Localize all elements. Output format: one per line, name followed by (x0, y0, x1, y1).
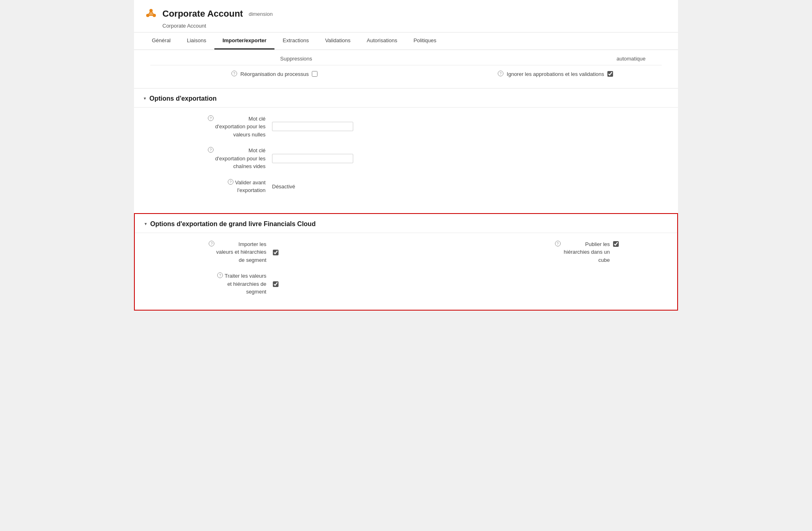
valider-avant-label: Valider avantl'exportation (235, 179, 266, 194)
traiter-valeurs-label: Traiter les valeurset hiérarchies desegm… (225, 272, 266, 296)
valider-avant-label-col: ? Valider avantl'exportation (144, 179, 266, 194)
page-header: Corporate Account dimension Corporate Ac… (134, 0, 678, 32)
page-subtitle: Corporate Account (162, 23, 668, 29)
page-badge: dimension (248, 11, 272, 17)
tab-liaisons[interactable]: Liaisons (179, 32, 214, 50)
export-options-title: Options d'exportation (149, 95, 217, 102)
tab-autorisations[interactable]: Autorisations (358, 32, 405, 50)
mot-cle-vide-value-col (272, 154, 668, 163)
export-options-chevron-icon: ▾ (144, 96, 146, 101)
publier-hierarchies-checkbox[interactable] (613, 241, 619, 247)
ignorer-checkbox[interactable] (607, 71, 613, 77)
ignorer-info-icon[interactable]: ? (498, 71, 503, 76)
app-logo-icon (144, 6, 158, 21)
reorganisation-label: Réorganisation du processus (240, 70, 309, 78)
importer-valeurs-value-col (273, 249, 406, 255)
page-wrapper: Corporate Account dimension Corporate Ac… (0, 0, 812, 531)
export-options-form: ? Mot cléd'exportation pour lesvaleurs n… (134, 108, 678, 207)
partial-top-section: Suppressions automatique ? Réorganisatio… (134, 50, 678, 88)
tab-extractions[interactable]: Extractions (274, 32, 317, 50)
main-card: Corporate Account dimension Corporate Ac… (134, 0, 678, 311)
traiter-valeurs-info-icon[interactable]: ? (217, 272, 223, 278)
export-options-section: ▾ Options d'exportation ? Mot cléd'expor… (134, 88, 678, 207)
importer-valeurs-label: Importer lesvaleurs et hiérarchiesde seg… (216, 240, 266, 264)
importer-valeurs-label-col: ? Importer lesvaleurs et hiérarchiesde s… (145, 240, 266, 264)
mot-cle-null-input[interactable] (272, 122, 353, 131)
importer-valeurs-row: ? Importer lesvaleurs et hiérarchiesde s… (145, 236, 406, 268)
valider-avant-value-col: Désactivé (272, 183, 668, 190)
valider-avant-info-icon[interactable]: ? (228, 179, 233, 185)
financials-section-header[interactable]: ▾ Options d'exportation de grand livre F… (135, 214, 677, 233)
financials-section-title: Options d'exportation de grand livre Fin… (150, 220, 315, 228)
page-title: Corporate Account (162, 9, 243, 19)
tab-politiques[interactable]: Politiques (405, 32, 444, 50)
tab-validations[interactable]: Validations (317, 32, 359, 50)
traiter-valeurs-row: ? Traiter les valeurset hiérarchies dese… (145, 268, 406, 300)
ignorer-label: Ignorer les approbations et les validati… (507, 70, 604, 78)
publier-hierarchies-info-icon[interactable]: ? (555, 241, 561, 246)
mot-cle-null-label-col: ? Mot cléd'exportation pour lesvaleurs n… (144, 115, 266, 139)
publier-hierarchies-label: Publier leshiérarchies dans uncube (564, 240, 610, 264)
mot-cle-null-info-icon[interactable]: ? (208, 115, 214, 121)
mot-cle-null-label: Mot cléd'exportation pour lesvaleurs nul… (215, 115, 266, 139)
mot-cle-vide-label-col: ? Mot cléd'exportation pour leschaînes v… (144, 147, 266, 171)
reorganisation-info-icon[interactable]: ? (231, 71, 237, 76)
mot-cle-vide-row: ? Mot cléd'exportation pour leschaînes v… (144, 142, 668, 175)
valider-avant-row: ? Valider avantl'exportation Désactivé (144, 175, 668, 199)
export-options-header[interactable]: ▾ Options d'exportation (134, 88, 678, 107)
publier-hierarchies-field: ? Publier leshiérarchies dans uncube (555, 240, 619, 264)
tab-general[interactable]: Général (144, 32, 179, 50)
ignorer-field: ? Ignorer les approbations et les valida… (498, 70, 613, 78)
automatique-label: automatique (616, 56, 646, 62)
nav-tabs: Général Liaisons Importer/exporter Extra… (134, 32, 678, 50)
importer-valeurs-checkbox[interactable] (273, 250, 279, 255)
traiter-valeurs-label-col: ? Traiter les valeurset hiérarchies dese… (145, 272, 266, 296)
header-title-row: Corporate Account dimension (144, 6, 668, 21)
importer-valeurs-info-icon[interactable]: ? (209, 241, 214, 246)
reorganisation-field: ? Réorganisation du processus (231, 70, 317, 78)
financials-right-col: ? Publier leshiérarchies dans uncube (406, 236, 667, 300)
reorganisation-checkbox[interactable] (312, 71, 317, 77)
financials-section: ▾ Options d'exportation de grand livre F… (134, 213, 678, 311)
financials-left-col: ? Importer lesvaleurs et hiérarchiesde s… (145, 236, 406, 300)
mot-cle-null-value-col (272, 122, 668, 131)
mot-cle-vide-input[interactable] (272, 154, 353, 163)
suppression-label: Suppressions (280, 56, 312, 62)
traiter-valeurs-checkbox[interactable] (273, 281, 279, 287)
financials-chevron-icon: ▾ (145, 221, 147, 227)
traiter-valeurs-value-col (273, 281, 406, 287)
mot-cle-vide-info-icon[interactable]: ? (208, 147, 214, 153)
tab-importer-exporter[interactable]: Importer/exporter (214, 32, 274, 50)
financials-form: ? Importer lesvaleurs et hiérarchiesde s… (135, 233, 677, 310)
mot-cle-vide-label: Mot cléd'exportation pour leschaînes vid… (215, 147, 266, 171)
mot-cle-null-row: ? Mot cléd'exportation pour lesvaleurs n… (144, 111, 668, 143)
valider-avant-value: Désactivé (272, 183, 295, 190)
